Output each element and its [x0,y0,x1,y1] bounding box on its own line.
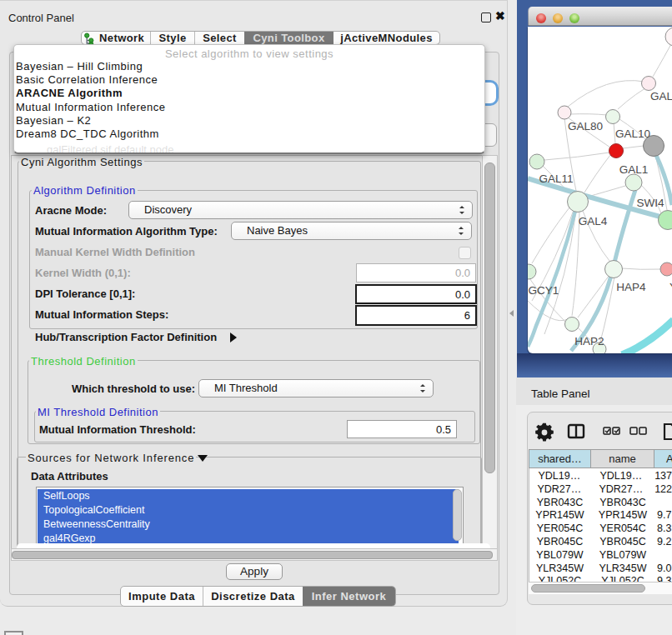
svg-text:GAL1: GAL1 [619,163,649,176]
svg-text:GAL7: GAL7 [650,90,672,102]
svg-text:GAL80: GAL80 [568,120,603,132]
svg-text:HAP2: HAP2 [574,335,604,348]
svg-text:GAL4: GAL4 [579,215,608,228]
svg-text:HAP4: HAP4 [616,281,646,293]
svg-text:GAL10: GAL10 [615,128,650,140]
svg-text:SWI4: SWI4 [636,197,664,209]
svg-text:GCY1: GCY1 [529,284,559,297]
svg-text:GAL11: GAL11 [539,172,573,185]
